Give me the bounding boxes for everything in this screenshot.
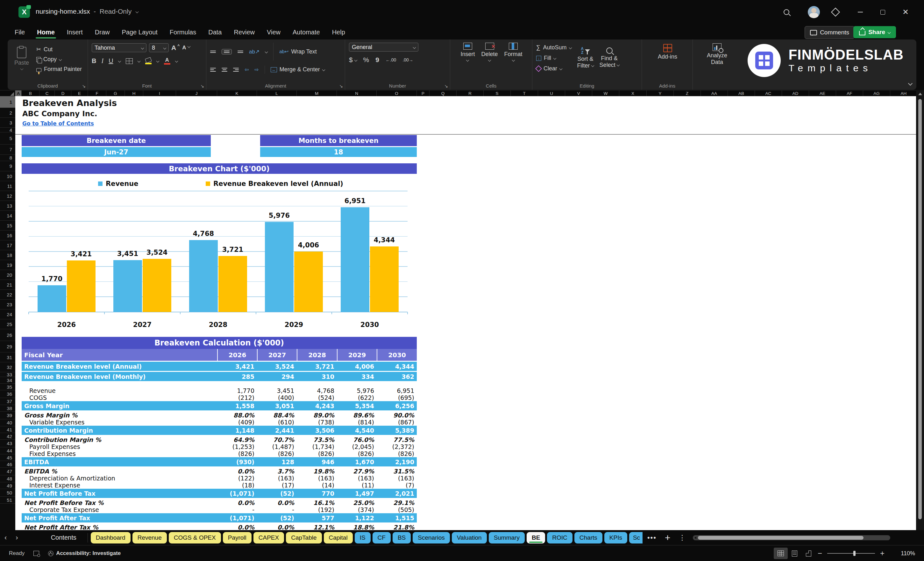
column-header-ab[interactable]: AB xyxy=(728,90,755,96)
cell-2030[interactable]: 29.1% xyxy=(376,499,417,506)
cell-2028[interactable]: 19.8% xyxy=(297,467,337,475)
fill-button[interactable]: ↓ Fill xyxy=(536,55,572,62)
grow-font-button[interactable]: A^ xyxy=(171,44,180,52)
cell-2026[interactable]: 0.0% xyxy=(217,524,257,530)
row-header-40[interactable]: 40 xyxy=(0,419,15,426)
menu-tab-view[interactable]: View xyxy=(262,27,286,38)
menu-tab-review[interactable]: Review xyxy=(229,27,260,38)
cell-2030[interactable]: (867) xyxy=(376,418,417,426)
cell-2028[interactable]: (163) xyxy=(297,475,337,482)
sheet-tab-sc[interactable]: Sc xyxy=(629,532,642,543)
column-header-x[interactable]: X xyxy=(619,90,646,96)
row-header-38[interactable]: 38 xyxy=(0,405,15,412)
row-header-51[interactable]: 51 xyxy=(0,496,15,504)
sheet-tab-capital[interactable]: Capital xyxy=(324,532,353,543)
italic-button[interactable]: I xyxy=(101,57,104,64)
table-of-contents-link[interactable]: Go to Table of Contents xyxy=(22,120,94,127)
copy-button[interactable]: Copy xyxy=(36,56,82,63)
addins-button[interactable]: Add-ins xyxy=(646,44,689,60)
column-header-w[interactable]: W xyxy=(592,90,619,96)
cell-2028[interactable]: 946 xyxy=(297,457,337,466)
close-button[interactable]: ✕ xyxy=(899,6,912,18)
cell-2027[interactable]: 2,441 xyxy=(257,426,297,435)
page-break-view-button[interactable] xyxy=(802,548,816,559)
zoom-slider[interactable] xyxy=(827,553,875,554)
cell-2029[interactable]: (11) xyxy=(337,482,376,489)
number-dialog-launcher[interactable]: ↘ xyxy=(444,83,448,88)
table-row-net-profit-before-tax[interactable]: Net Profit Before Tax %0.0%0.0%16.1%25.0… xyxy=(22,499,417,506)
cell-2028[interactable]: 4,768 xyxy=(297,387,337,394)
clear-button[interactable]: Clear xyxy=(536,65,572,72)
cell-2026[interactable]: 64.9% xyxy=(217,436,257,443)
cell-2030[interactable]: (7) xyxy=(376,482,417,489)
zoom-level[interactable]: 110% xyxy=(886,550,915,557)
column-header-t[interactable]: T xyxy=(511,90,538,96)
row-header-10[interactable]: 10 xyxy=(0,171,15,181)
table-row-revenue-breakeven-level-annual[interactable]: Revenue Breakeven level (Annual)3,4213,5… xyxy=(22,362,417,371)
select-all-corner[interactable] xyxy=(0,90,15,96)
column-header-h[interactable]: H xyxy=(125,90,143,96)
column-header-j[interactable]: J xyxy=(176,90,217,96)
breakeven-chart[interactable]: Revenue Revenue Breakeven level (Annual)… xyxy=(22,174,417,337)
table-row-cogs[interactable]: COGS(212)(400)(524)(622)(695) xyxy=(22,394,417,401)
cell-2026[interactable]: 1,148 xyxy=(217,426,257,435)
row-header-25[interactable]: 25 xyxy=(0,320,15,329)
format-cells-button[interactable]: Format xyxy=(504,43,522,61)
cell-2028[interactable]: (738) xyxy=(297,418,337,426)
cell-2029[interactable]: 4,540 xyxy=(337,426,376,435)
row-header-46[interactable]: 46 xyxy=(0,461,15,468)
column-header-a[interactable]: A xyxy=(15,90,22,96)
cell-2027[interactable]: 128 xyxy=(257,457,297,466)
cell-2028[interactable]: 310 xyxy=(297,372,337,381)
menu-tab-formulas[interactable]: Formulas xyxy=(165,27,201,38)
find-select-button[interactable]: Find &Select xyxy=(600,43,619,73)
cell-2027[interactable]: 0.0% xyxy=(257,524,297,530)
cell-2027[interactable]: 3,524 xyxy=(257,362,297,371)
table-row-revenue-breakeven-level-monthly[interactable]: Revenue Breakeven level (Monthly)2852943… xyxy=(22,372,417,381)
align-right-button[interactable] xyxy=(233,68,239,72)
sheet-tab-roic[interactable]: ROIC xyxy=(547,532,573,543)
cell-2029[interactable]: 76.0% xyxy=(337,436,376,443)
row-header-32[interactable]: 32 xyxy=(0,362,15,372)
breakeven-date-value[interactable]: Jun-27 xyxy=(22,147,211,157)
table-row-gross-margin[interactable]: Gross Margin %88.0%88.4%89.0%89.6%90.0% xyxy=(22,411,417,418)
column-header-s[interactable]: S xyxy=(484,90,511,96)
row-header-48[interactable]: 48 xyxy=(0,476,15,482)
cell-2030[interactable]: 6,256 xyxy=(376,401,417,410)
row-header-49[interactable]: 49 xyxy=(0,482,15,489)
row-header-24[interactable]: 24 xyxy=(0,309,15,320)
column-header-d[interactable]: D xyxy=(55,90,71,96)
row-header-19[interactable]: 19 xyxy=(0,260,15,270)
sheet-options-icon[interactable]: ⋮ xyxy=(675,534,690,542)
cell-2027[interactable]: 3,451 xyxy=(257,387,297,394)
menu-tab-home[interactable]: Home xyxy=(32,27,60,38)
cell-2027[interactable]: (17) xyxy=(257,482,297,489)
table-row-net-profit-after-tax[interactable]: Net Profit After Tax(1,071)(52)5771,1221… xyxy=(22,513,417,522)
bold-button[interactable]: B xyxy=(92,57,96,64)
table-row-fixed-expenses[interactable]: Fixed Expenses(826)(826)(826)(826)(826) xyxy=(22,450,417,457)
wrap-text-button[interactable]: ab↩ Wrap Text xyxy=(279,48,317,55)
sort-filter-button[interactable]: A Z Sort &Filter xyxy=(577,43,594,73)
cell-2030[interactable]: 90.0% xyxy=(376,411,417,418)
cell-2028[interactable]: (1,734) xyxy=(297,443,337,450)
vertical-scrollbar-thumb[interactable] xyxy=(918,99,922,519)
cell-2027[interactable]: 294 xyxy=(257,372,297,381)
align-center-button[interactable] xyxy=(222,68,227,72)
cell-2029[interactable]: 5,354 xyxy=(337,401,376,410)
cell-2030[interactable]: (695) xyxy=(376,394,417,401)
cell-2029[interactable]: (622) xyxy=(337,394,376,401)
row-header-29[interactable]: 29 xyxy=(0,341,15,352)
cell-2027[interactable]: - xyxy=(257,506,297,513)
cell-2028[interactable]: 4,243 xyxy=(297,401,337,410)
row-header-42[interactable]: 42 xyxy=(0,433,15,440)
delete-cells-button[interactable]: ✕ Delete xyxy=(481,43,498,61)
format-painter-button[interactable]: Format Painter xyxy=(36,66,82,73)
font-dialog-launcher[interactable]: ↘ xyxy=(200,83,204,88)
sheet-tab-bs[interactable]: BS xyxy=(393,532,411,543)
column-header-f[interactable]: F xyxy=(88,90,106,96)
autosum-button[interactable]: ∑ AutoSum xyxy=(536,44,572,51)
breakeven-date-header[interactable]: Breakeven date xyxy=(22,135,211,146)
cell-2030[interactable]: 4,344 xyxy=(376,362,417,371)
table-row-net-profit-after-tax[interactable]: Net Profit After Tax %0.0%0.0%12.1%18.8%… xyxy=(22,524,417,530)
row-header-41[interactable]: 41 xyxy=(0,426,15,433)
